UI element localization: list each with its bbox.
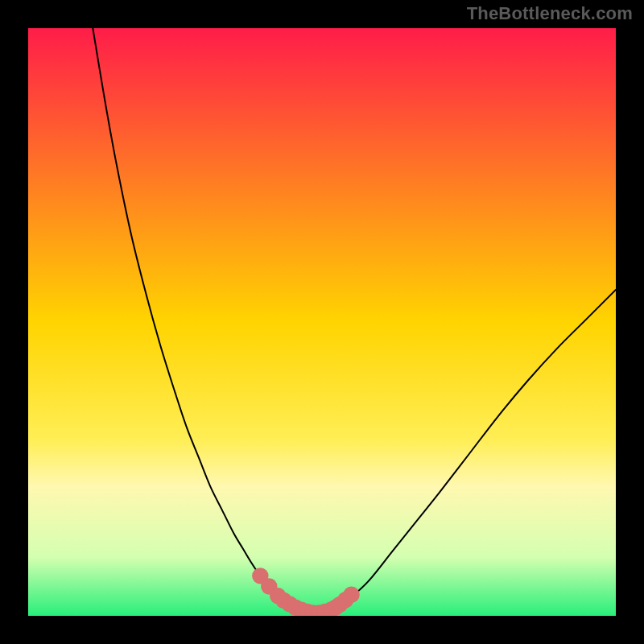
watermark-text: TheBottleneck.com xyxy=(467,3,633,24)
gradient-background xyxy=(28,28,616,616)
highlight-dot xyxy=(343,587,359,603)
chart-svg xyxy=(28,28,616,616)
plot-area xyxy=(28,28,616,616)
chart-frame: TheBottleneck.com xyxy=(0,0,644,644)
